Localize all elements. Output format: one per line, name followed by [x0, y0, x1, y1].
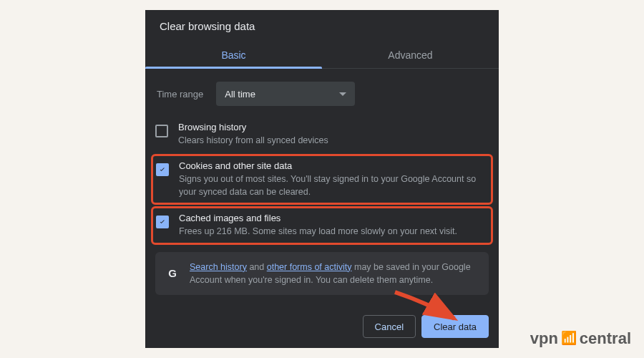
- option-text: Cookies and other site data Signs you ou…: [179, 160, 488, 198]
- option-cookies[interactable]: Cookies and other site data Signs you ou…: [151, 154, 493, 205]
- chevron-down-icon: [339, 92, 346, 96]
- google-icon: G: [165, 266, 180, 281]
- info-text: Search history and other forms of activi…: [190, 261, 479, 286]
- option-label: Cookies and other site data: [179, 160, 488, 171]
- clear-data-button[interactable]: Clear data: [421, 315, 489, 338]
- checkbox-cookies[interactable]: [156, 163, 169, 176]
- option-label: Cached images and files: [179, 213, 488, 223]
- tab-advanced[interactable]: Advanced: [322, 41, 499, 68]
- option-cached[interactable]: Cached images and files Frees up 216 MB.…: [151, 206, 493, 244]
- option-label: Browsing history: [178, 122, 489, 132]
- checkbox-cached[interactable]: [156, 216, 169, 228]
- time-range-row: Time range All time: [151, 77, 493, 116]
- link-other-activity[interactable]: other forms of activity: [267, 262, 352, 272]
- info-box: G Search history and other forms of acti…: [155, 252, 489, 295]
- cancel-button[interactable]: Cancel: [363, 315, 416, 338]
- watermark-pre: vpn: [530, 329, 558, 348]
- link-search-history[interactable]: Search history: [190, 262, 247, 272]
- dialog-title: Clear browsing data: [145, 10, 499, 41]
- watermark-post: central: [580, 329, 631, 348]
- option-desc: Frees up 216 MB. Some sites may load mor…: [179, 225, 488, 238]
- watermark: vpn 📶 central: [530, 329, 631, 348]
- clear-browsing-data-dialog: Clear browsing data Basic Advanced Time …: [145, 10, 499, 348]
- wifi-icon: 📶: [561, 330, 577, 346]
- option-browsing-history[interactable]: Browsing history Clears history from all…: [151, 116, 493, 153]
- dialog-body: Time range All time Browsing history Cle…: [145, 69, 499, 306]
- tab-basic[interactable]: Basic: [145, 41, 322, 68]
- tabs: Basic Advanced: [145, 41, 499, 69]
- option-text: Cached images and files Frees up 216 MB.…: [179, 213, 488, 238]
- time-range-value: All time: [225, 89, 255, 100]
- dialog-footer: Cancel Clear data: [145, 306, 499, 348]
- checkbox-browsing-history[interactable]: [155, 125, 168, 137]
- option-text: Browsing history Clears history from all…: [178, 122, 489, 147]
- time-range-label: Time range: [157, 89, 203, 100]
- option-desc: Clears history from all synced devices: [178, 134, 489, 147]
- time-range-select[interactable]: All time: [216, 82, 355, 106]
- option-desc: Signs you out of most sites. You'll stay…: [179, 173, 488, 198]
